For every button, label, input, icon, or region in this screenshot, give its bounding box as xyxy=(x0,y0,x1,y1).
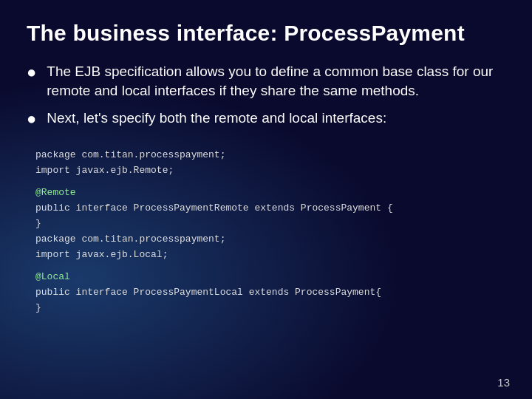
code-line: public interface ProcessPaymentLocal ext… xyxy=(35,285,505,301)
slide-title: The business interface: ProcessPayment xyxy=(27,21,505,46)
code-annotation: @Remote xyxy=(35,185,505,201)
bullet-text-1: The EJB specification allows you to defi… xyxy=(47,62,505,100)
slide: The business interface: ProcessPayment ●… xyxy=(0,0,532,399)
code-spacer xyxy=(35,262,505,270)
code-line: } xyxy=(35,216,505,232)
code-block-1: package com.titan.processpayment; import… xyxy=(27,148,505,316)
bullet-icon: ● xyxy=(27,109,36,130)
list-item: ● Next, let's specify both the remote an… xyxy=(27,109,505,130)
code-annotation: @Local xyxy=(35,270,505,285)
code-line: package com.titan.processpayment; xyxy=(35,232,505,248)
code-spacer xyxy=(35,178,505,185)
code-line: import javax.ejb.Remote; xyxy=(35,163,505,179)
bullet-list: ● The EJB specification allows you to de… xyxy=(27,62,505,130)
bullet-icon: ● xyxy=(27,62,36,83)
code-line: } xyxy=(35,301,505,316)
slide-number: 13 xyxy=(497,376,510,389)
code-line: package com.titan.processpayment; xyxy=(35,148,505,163)
list-item: ● The EJB specification allows you to de… xyxy=(27,62,505,100)
code-line: public interface ProcessPaymentRemote ex… xyxy=(35,201,505,216)
code-line: import javax.ejb.Local; xyxy=(35,248,505,263)
bullet-text-2: Next, let's specify both the remote and … xyxy=(47,109,386,128)
